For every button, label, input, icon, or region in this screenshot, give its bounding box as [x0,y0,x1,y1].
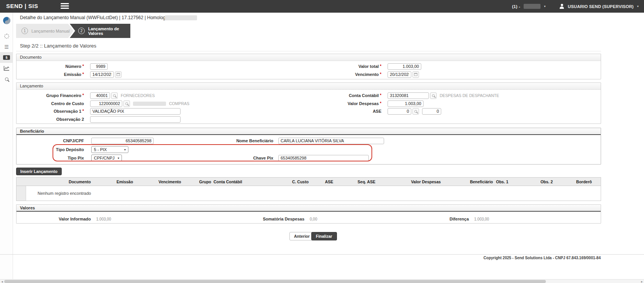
scroll-right-arrow-icon[interactable]: ► [640,280,644,283]
vencimento-input[interactable] [388,71,411,78]
centro-custo-description: COMPRAS [169,101,189,106]
col-conta-contabil: Conta Contábil [211,179,284,184]
panel-lancamento-title: Lançamento [16,83,601,90]
cnpj-cpf-input[interactable] [91,138,154,144]
table-header-row: Documento Emissão Vencimento Grupo Conta… [16,178,601,186]
user-caret-icon[interactable]: ▾ [637,5,639,8]
sidebar-item-payments[interactable]: $ [0,52,13,63]
search-icon [125,102,128,105]
observacao2-label: Observação 2 [16,117,84,122]
chave-pix-label: Chave Pix [183,156,273,160]
emissao-input[interactable] [90,71,114,78]
valor-despesas-input[interactable] [388,100,424,107]
app-root: SEND | SIS (1) - ▾ USUARIO SEND (SUPERVI… [0,0,644,283]
step-2-number: 2 [78,28,85,34]
grupo-financeiro-input[interactable] [90,92,110,99]
centro-custo-search-button[interactable] [123,100,130,107]
col-obs2: Obs. 2 [526,179,568,184]
tipo-deposito-label: Tipo Depósito [16,147,84,152]
row-selector-cell [16,186,26,201]
emissao-calendar-button[interactable] [115,71,122,78]
col-seq-ase: Seq. ASE [342,179,391,184]
nome-beneficiario-label: Nome Beneficiário [183,138,273,143]
user-icon [559,4,564,9]
horizontal-scrollbar[interactable]: ◄ ► [0,279,644,283]
sidebar-item-loading[interactable] [0,31,13,41]
grupo-financeiro-search-button[interactable] [111,92,118,99]
tipo-deposito-select[interactable]: 5 - PIX▾ [91,146,128,153]
observacao1-label: Observação 1* [16,109,84,114]
col-documento: Documento [57,179,103,184]
ase-search-button[interactable] [412,108,419,115]
centro-custo-input[interactable] [90,100,122,107]
emissao-label: Emissão* [16,72,84,77]
footer-divider [0,254,644,255]
topbar: SEND | SIS (1) - ▾ USUARIO SEND (SUPERVI… [0,0,644,13]
search-icon [5,77,8,81]
inserir-lancamento-button[interactable]: Inserir Lançamento [16,168,62,175]
calendar-icon [414,73,417,76]
anterior-button[interactable]: Anterior [289,232,314,240]
tipo-pix-label: Tipo Pix [16,156,84,160]
somatoria-despesas-label: Somatória Despesas [231,217,304,221]
step-1-label: Lançamento Manual [31,29,70,33]
seq-ase-input[interactable] [422,108,441,115]
nome-beneficiario-input[interactable] [278,138,384,144]
col-emissao: Emissão [103,179,147,184]
ase-label: ASE [293,109,381,114]
finalizar-button[interactable]: Finalizar [311,232,337,240]
tipo-pix-select[interactable]: CPF/CNPJ▾ [91,155,122,161]
valor-total-input[interactable] [388,63,421,70]
panel-beneficiario-title: Beneficiário [16,128,601,135]
redacted-breadcrumb-text [165,15,197,20]
numero-input[interactable] [90,63,108,70]
environment-caret-icon[interactable]: ▾ [544,5,545,8]
copyright-text: Copyright 2025 - Send Solutions Ltda - C… [483,256,601,260]
send-logo-icon [3,16,11,25]
app-logo[interactable] [0,14,13,27]
sidebar-item-search[interactable] [0,74,13,84]
calendar-icon [117,73,120,76]
grupo-financeiro-label: Grupo Financeiro* [16,93,84,98]
user-menu[interactable]: USUARIO SEND (SUPERVISOR) [568,4,634,9]
col-beneficiario: Beneficiário [460,179,493,184]
money-icon: $ [3,55,10,60]
hamburger-menu-icon[interactable] [61,3,69,10]
centro-custo-label: Centro de Custo [16,101,84,106]
valor-total-label: Valor total* [293,64,381,69]
ase-input[interactable] [388,108,411,115]
observacao1-input[interactable] [90,108,181,115]
col-ase: ASE [317,179,342,184]
vencimento-label: Vencimento* [293,72,381,77]
panel-documento: Documento Número* Emissão* Valor total* … [16,54,601,79]
col-c-custo: C. Custo [284,179,317,184]
lancamentos-table: Documento Emissão Vencimento Grupo Conta… [16,177,601,201]
panel-beneficiario: Beneficiário CNPJ/CPF Nome Beneficiário … [16,128,601,165]
diferenca-value: 1.003,00 [474,217,489,221]
col-grupo: Grupo [193,179,211,184]
cnpj-cpf-label: CNPJ/CPF [16,138,84,143]
scrollbar-thumb[interactable] [4,280,546,283]
wizard-step-1[interactable]: 1 Lançamento Manual [16,24,74,38]
app-brand: SEND | SIS [6,3,38,9]
conta-contabil-label: Conta Contábil* [293,93,381,98]
table-empty-row: Nenhum registro encontrado [16,186,601,201]
wizard-step-2-active[interactable]: 2 Lançamento de Valores [70,24,130,38]
sidebar-item-list[interactable]: ☰ [0,41,13,52]
environment-label: (1) - [512,4,521,9]
chave-pix-input[interactable] [278,155,369,161]
col-obs1: Obs. 1 [493,179,526,184]
vencimento-calendar-button[interactable] [412,71,419,78]
scroll-left-arrow-icon[interactable]: ◄ [0,280,4,283]
chevron-down-icon: ▾ [124,148,126,151]
panel-documento-title: Documento [16,54,601,61]
observacao2-input[interactable] [90,116,181,123]
spinner-icon [4,34,9,39]
conta-contabil-search-button[interactable] [430,92,437,99]
empty-table-message: Nenhum registro encontrado [38,191,91,196]
sidebar-item-reports[interactable] [0,63,13,74]
conta-contabil-input[interactable] [388,92,429,99]
page-title: Step 2/2 :: Lançamento de Valores [20,43,96,49]
somatoria-despesas-value: 0,00 [310,217,317,221]
sidebar: ☰ $ [0,13,13,279]
